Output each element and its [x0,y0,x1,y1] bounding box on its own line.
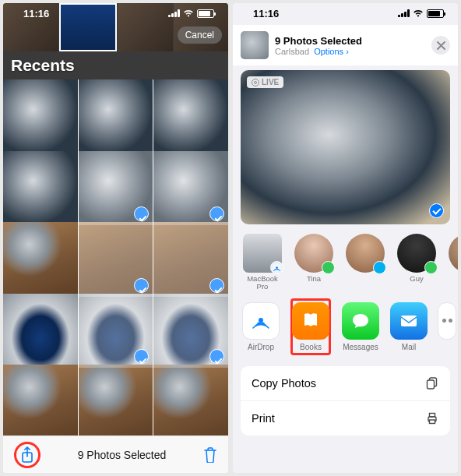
action-copy-photos[interactable]: Copy Photos [241,366,450,401]
actions-list: Copy Photos Print [241,366,450,435]
messages-badge-icon [322,261,335,274]
cancel-button[interactable]: Cancel [178,26,222,44]
status-icons [168,9,214,18]
mail-icon [398,310,420,332]
airdrop-icon [249,309,273,333]
options-link[interactable]: Options [314,47,343,56]
photo-thumb-selected[interactable] [153,151,228,226]
photo-thumb[interactable] [79,79,153,154]
app-mail[interactable]: Mail [390,302,428,351]
cellular-icon [168,9,180,17]
svg-point-1 [276,266,278,269]
photo-thumb[interactable] [79,365,153,435]
photo-thumb[interactable] [3,365,78,435]
share-title: 9 Photos Selected [275,35,425,47]
location-label: Carlsbad [275,47,309,56]
battery-icon [427,9,444,18]
contact-label: Tina [307,275,321,291]
svg-rect-5 [428,380,435,389]
contact-label: Guy [410,275,423,291]
close-icon [437,41,445,50]
app-airdrop[interactable]: AirDrop [242,302,280,351]
status-bar: 11:16 [233,3,458,23]
photo-thumb-selected[interactable] [79,294,153,368]
close-button[interactable] [431,36,450,55]
app-messages[interactable]: Messages [342,302,379,351]
cellular-icon [398,9,410,17]
messages-icon [350,310,371,332]
share-apps-row[interactable]: AirDrop Books Messages [233,298,458,363]
photo-thumb-selected[interactable] [79,151,153,226]
album-title: Recents [11,56,75,75]
photo-grid[interactable] [3,79,228,435]
status-icons [398,9,444,18]
app-label: Mail [402,343,416,351]
photo-thumb[interactable] [3,222,78,297]
wifi-icon [413,9,424,18]
app-more[interactable] [438,302,456,340]
messages-badge-icon [424,261,438,274]
skype-badge-icon [373,261,386,274]
contact-macbook[interactable]: MacBook Pro [241,234,284,291]
share-button[interactable] [14,442,40,468]
share-header: 9 Photos Selected Carlsbad Options › [233,25,458,65]
contact-more[interactable] [446,234,458,291]
books-icon [300,310,322,332]
action-label: Print [252,412,275,425]
app-books-highlighted[interactable]: Books [290,298,331,355]
airdrop-badge-icon [270,261,283,274]
action-print[interactable]: Print [241,401,450,435]
wifi-icon [183,9,194,18]
photo-thumb-selected[interactable] [79,222,153,297]
photo-thumb[interactable] [3,79,78,154]
print-icon [425,411,439,425]
share-subtitle: Carlsbad Options › [275,47,425,56]
photo-thumb-selected[interactable] [153,294,228,368]
toolbar: 9 Photos Selected [3,435,228,473]
live-badge: LIVE [247,76,283,88]
trash-icon [203,447,217,463]
status-bar: 11:16 [3,3,228,23]
photo-preview[interactable]: LIVE [241,70,450,224]
photo-thumb[interactable] [3,151,78,226]
photo-thumb[interactable] [3,294,78,368]
share-thumbnail [241,31,269,59]
contact-person[interactable] [343,234,387,291]
airdrop-contacts-row[interactable]: MacBook Pro Tina Guy [233,231,458,298]
share-sheet-screen: 11:16 9 Photos Selected Carlsbad Options… [233,3,458,473]
app-label: AirDrop [248,343,274,351]
svg-rect-8 [430,420,435,424]
photos-app-screen: 11:16 Cancel Recents [3,3,228,473]
battery-icon [197,9,214,18]
live-icon [252,79,259,86]
action-label: Copy Photos [252,377,316,390]
selection-count: 9 Photos Selected [78,449,167,461]
contact-label: MacBook Pro [247,275,278,291]
share-icon [20,446,34,464]
contact-tina[interactable]: Tina [292,234,336,291]
chevron-right-icon: › [346,47,349,56]
photo-thumb[interactable] [153,79,228,154]
svg-rect-7 [430,413,435,417]
photo-thumb[interactable] [153,365,228,435]
app-label: Books [300,343,322,351]
svg-rect-3 [401,316,417,326]
selection-checkmark-icon [429,203,444,218]
photo-thumb-selected[interactable] [153,222,228,297]
copy-icon [425,376,439,390]
delete-button[interactable] [203,447,217,463]
app-label: Messages [343,343,378,351]
clock: 11:16 [253,8,279,19]
contact-guy[interactable]: Guy [395,234,438,291]
clock: 11:16 [23,8,49,19]
